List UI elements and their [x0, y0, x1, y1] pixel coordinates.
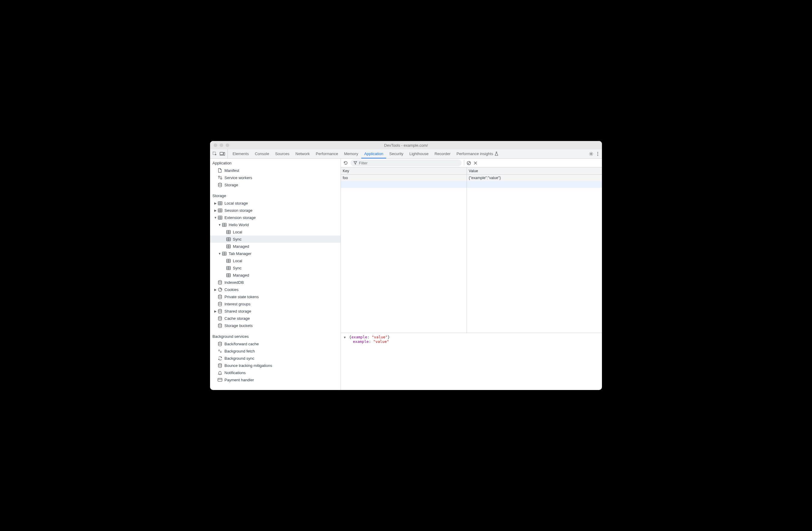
- sidebar-item-managed[interactable]: Managed: [210, 243, 340, 250]
- sidebar-item-label: Private state tokens: [224, 295, 259, 299]
- disclosure-down-icon[interactable]: ▼: [214, 216, 217, 219]
- grid-icon: [217, 208, 223, 212]
- sidebar-item-storage-buckets[interactable]: Storage buckets: [210, 322, 340, 329]
- tab-lighthouse[interactable]: Lighthouse: [406, 149, 432, 158]
- table-row-empty[interactable]: [467, 181, 602, 188]
- db-icon: [217, 280, 223, 285]
- zoom-window-button[interactable]: [226, 143, 229, 147]
- column-header-key[interactable]: Key: [341, 167, 467, 175]
- table-row-empty[interactable]: [341, 181, 467, 188]
- sidebar-item-label: Sync: [233, 237, 242, 241]
- sidebar-item-label: Storage: [224, 183, 238, 187]
- disclosure-down-icon[interactable]: ▼: [218, 252, 221, 255]
- sidebar-item-extension-storage[interactable]: ▼Extension storage: [210, 214, 340, 221]
- svg-rect-3: [223, 152, 225, 156]
- filter-field[interactable]: [350, 160, 462, 166]
- preview-line-summary[interactable]: ▼ {example: "value"}: [344, 335, 599, 339]
- more-menu-icon[interactable]: [597, 151, 598, 156]
- sidebar-item-cookies[interactable]: ▶Cookies: [210, 286, 340, 293]
- tab-performance-insights[interactable]: Performance insights: [453, 149, 502, 158]
- preview-line-property[interactable]: example: "value": [344, 339, 599, 344]
- sidebar-item-managed[interactable]: Managed: [210, 271, 340, 279]
- sidebar-section-s2: Background services: [210, 333, 340, 340]
- sidebar-item-local-storage[interactable]: ▶Local storage: [210, 200, 340, 207]
- db-icon: [217, 316, 223, 321]
- sidebar-item-label: Local: [233, 230, 242, 234]
- sidebar-item-private-state-tokens[interactable]: Private state tokens: [210, 293, 340, 300]
- tab-memory[interactable]: Memory: [341, 149, 361, 158]
- svg-point-4: [591, 153, 592, 154]
- sidebar-item-label: Service workers: [224, 176, 252, 180]
- sidebar-item-sync[interactable]: Sync: [210, 236, 340, 243]
- tab-security[interactable]: Security: [386, 149, 406, 158]
- sidebar-section-s1: Storage: [210, 192, 340, 200]
- sidebar-item-label: Interest groups: [224, 302, 250, 306]
- sidebar-item-cache-storage[interactable]: Cache storage: [210, 315, 340, 322]
- disclosure-right-icon[interactable]: ▶: [214, 202, 217, 205]
- sidebar-item-payment-handler[interactable]: Payment handler: [210, 376, 340, 383]
- svg-point-64: [218, 324, 222, 325]
- sidebar-item-hello-world[interactable]: ▼Hello World: [210, 221, 340, 228]
- service-icon: [217, 175, 223, 180]
- tab-network[interactable]: Network: [293, 149, 313, 158]
- disclosure-triangle-icon[interactable]: ▼: [344, 336, 346, 339]
- tab-label: Console: [255, 151, 269, 156]
- tab-application[interactable]: Application: [361, 149, 387, 158]
- sidebar-item-background-sync[interactable]: Background sync: [210, 355, 340, 362]
- tab-console[interactable]: Console: [252, 149, 272, 158]
- minimize-window-button[interactable]: [220, 143, 223, 147]
- svg-point-6: [597, 153, 598, 154]
- disclosure-down-icon[interactable]: ▼: [218, 223, 221, 226]
- delete-selected-icon[interactable]: [474, 161, 477, 165]
- column-header-value[interactable]: Value: [467, 167, 602, 175]
- sidebar-item-service-workers[interactable]: Service workers: [210, 174, 340, 181]
- svg-point-5: [597, 152, 598, 153]
- sidebar-item-back-forward-cache[interactable]: Back/forward cache: [210, 340, 340, 348]
- db-icon: [217, 183, 223, 187]
- svg-point-7: [597, 155, 598, 156]
- refresh-icon[interactable]: [343, 161, 348, 165]
- sidebar-item-local[interactable]: Local: [210, 257, 340, 264]
- sidebar-item-manifest[interactable]: Manifest: [210, 167, 340, 174]
- svg-point-8: [218, 176, 220, 178]
- tab-recorder[interactable]: Recorder: [432, 149, 453, 158]
- filter-input[interactable]: [359, 161, 459, 165]
- filter-icon: [353, 161, 357, 165]
- inspect-element-icon[interactable]: [213, 151, 217, 156]
- sidebar-item-label: Hello World: [229, 223, 249, 227]
- disclosure-right-icon[interactable]: ▶: [214, 288, 217, 291]
- sync-icon: [217, 356, 223, 360]
- sidebar-item-sync[interactable]: Sync: [210, 264, 340, 271]
- disclosure-right-icon[interactable]: ▶: [214, 209, 217, 212]
- svg-point-58: [220, 290, 221, 291]
- disclosure-right-icon[interactable]: ▶: [214, 310, 217, 313]
- application-sidebar: ApplicationManifestService workersStorag…: [210, 159, 341, 390]
- sidebar-item-bounce-tracking-mitigations[interactable]: Bounce tracking mitigations: [210, 362, 340, 369]
- svg-point-57: [219, 289, 220, 290]
- sidebar-item-session-storage[interactable]: ▶Session storage: [210, 207, 340, 214]
- tab-sources[interactable]: Sources: [272, 149, 293, 158]
- sidebar-item-label: Local: [233, 259, 242, 263]
- table-row[interactable]: {"example":"value"}: [467, 175, 602, 181]
- table-row[interactable]: foo: [341, 175, 467, 181]
- tab-elements[interactable]: Elements: [230, 149, 252, 158]
- sidebar-item-label: IndexedDB: [224, 280, 244, 285]
- cell-key: foo: [343, 176, 348, 180]
- settings-icon[interactable]: [589, 151, 594, 156]
- sidebar-item-indexeddb[interactable]: IndexedDB: [210, 279, 340, 286]
- svg-point-60: [218, 295, 222, 296]
- sidebar-item-notifications[interactable]: Notifications: [210, 369, 340, 376]
- grid-icon: [221, 252, 227, 255]
- sidebar-item-storage[interactable]: Storage: [210, 181, 340, 188]
- sidebar-item-interest-groups[interactable]: Interest groups: [210, 300, 340, 308]
- sidebar-item-label: Shared storage: [224, 309, 251, 313]
- device-toolbar-icon[interactable]: [220, 152, 225, 156]
- sidebar-item-tab-manager[interactable]: ▼Tab Manager: [210, 250, 340, 257]
- sidebar-item-shared-storage[interactable]: ▶Shared storage: [210, 308, 340, 315]
- sidebar-item-background-fetch[interactable]: Background fetch: [210, 348, 340, 355]
- sidebar-item-local[interactable]: Local: [210, 228, 340, 236]
- tab-performance[interactable]: Performance: [313, 149, 341, 158]
- clear-all-icon[interactable]: [467, 161, 471, 165]
- grid-icon: [226, 245, 231, 248]
- close-window-button[interactable]: [214, 143, 217, 147]
